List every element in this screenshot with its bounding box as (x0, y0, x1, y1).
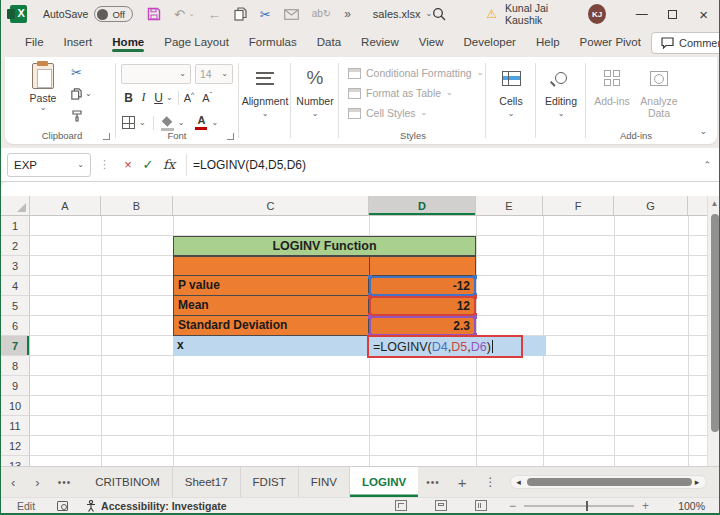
cell-D5-value[interactable]: 12 (369, 296, 476, 316)
undo-icon[interactable]: ↶ (174, 8, 185, 21)
zoom-slider[interactable] (524, 505, 634, 507)
font-size-combobox[interactable]: 14⌄ (195, 64, 233, 84)
column-header-A[interactable]: A (30, 196, 101, 215)
scroll-left-icon[interactable]: ◂ (511, 477, 525, 487)
menu-tab-formulas[interactable]: Formulas (239, 30, 307, 55)
cut-button[interactable]: ✂ (71, 65, 82, 79)
save-icon[interactable] (147, 7, 161, 21)
avatar[interactable]: KJ (588, 4, 606, 24)
column-header-G[interactable]: G (614, 196, 688, 215)
row-header-5[interactable]: 5 (1, 296, 30, 315)
increase-font-button[interactable]: A^ (184, 91, 195, 104)
menu-tab-file[interactable]: File (15, 30, 54, 55)
cancel-entry-button[interactable]: × (118, 157, 138, 172)
zoom-out-button[interactable]: − (501, 499, 524, 513)
excel-logo-icon[interactable] (10, 5, 27, 23)
row-header-6[interactable]: 6 (1, 316, 30, 335)
row-header-10[interactable]: 10 (1, 396, 30, 415)
bold-button[interactable]: B (121, 91, 136, 105)
more-commands-icon[interactable]: » (344, 8, 351, 20)
menu-tab-insert[interactable]: Insert (54, 30, 103, 55)
column-header-C[interactable]: C (173, 196, 369, 215)
cell-orange-band[interactable] (173, 256, 476, 276)
row-header-1[interactable]: 1 (1, 216, 30, 235)
borders-icon[interactable] (122, 116, 135, 129)
cell-D7-edit-formula[interactable]: =LOGINV(D4,D5,D6) (367, 335, 523, 358)
maximize-button[interactable] (657, 0, 688, 28)
minimize-button[interactable]: — (626, 0, 657, 28)
menu-tab-power-pivot[interactable]: Power Pivot (570, 30, 651, 55)
warning-icon[interactable]: ⚠ (486, 7, 497, 21)
menu-tab-page-layout[interactable]: Page Layout (154, 30, 239, 55)
menu-tab-developer[interactable]: Developer (454, 30, 526, 55)
accessibility-checker[interactable]: Accessibility: Investigate (86, 500, 226, 512)
column-header-B[interactable]: B (101, 196, 173, 215)
sheet-options-icon[interactable]: ⋮ (476, 475, 504, 489)
chevron-down-icon[interactable]: ⌄ (178, 119, 185, 127)
cell-C5-label[interactable]: Mean (173, 296, 369, 316)
row-header-9[interactable]: 9 (1, 376, 30, 395)
column-header-D[interactable]: D (369, 196, 476, 215)
clipboard-dialog-launcher-icon[interactable] (103, 133, 110, 140)
cell-D6-value[interactable]: 2.3 (369, 316, 476, 336)
editing-button[interactable]: Editing ⌄ (538, 66, 584, 118)
scroll-right-icon[interactable]: ▸ (690, 477, 704, 487)
copy-icon[interactable] (234, 7, 247, 21)
chevron-down-icon[interactable]: ⌄ (139, 119, 146, 127)
zoom-in-button[interactable]: + (634, 499, 657, 513)
more-sheets-left-icon[interactable]: ••• (50, 477, 80, 488)
horizontal-scrollbar[interactable]: ◂ ▸ (510, 475, 707, 489)
previous-sheet-icon[interactable]: ‹ (1, 475, 25, 490)
column-header-E[interactable]: E (476, 196, 543, 215)
cell-C6-label[interactable]: Standard Deviation (173, 316, 369, 336)
normal-view-icon[interactable] (395, 500, 407, 511)
row-header-12[interactable]: 12 (1, 436, 30, 455)
page-layout-view-icon[interactable] (435, 500, 447, 511)
new-sheet-button[interactable]: + (448, 474, 477, 491)
cell-C4-label[interactable]: P value (173, 276, 369, 296)
expand-formula-bar-icon[interactable]: ⌃ (703, 160, 711, 170)
search-icon[interactable] (432, 7, 446, 21)
italic-button[interactable]: I (136, 90, 151, 105)
collapse-ribbon-icon[interactable]: ⌄ (699, 126, 707, 136)
macro-record-icon[interactable] (57, 501, 68, 511)
menu-tab-help[interactable]: Help (526, 30, 570, 55)
column-header-F[interactable]: F (543, 196, 614, 215)
row-header-4[interactable]: 4 (1, 276, 30, 295)
zoom-slider-thumb[interactable] (586, 501, 589, 511)
scroll-up-icon[interactable]: ▲ (708, 196, 720, 208)
number-button[interactable]: % Number ⌄ (293, 66, 337, 118)
formula-bar-input[interactable]: =LOGINV(D4,D5,D6) (193, 158, 306, 172)
menu-tab-view[interactable]: View (409, 30, 454, 55)
select-all-corner[interactable] (1, 196, 30, 215)
row-header-7[interactable]: 7 (1, 336, 30, 355)
chevron-down-icon[interactable]: ⌄ (166, 94, 173, 102)
autosave-pill[interactable]: Off (94, 6, 133, 22)
file-name[interactable]: sales.xlsx ⌄ (373, 8, 432, 20)
row-header-3[interactable]: 3 (1, 256, 30, 275)
font-color-button[interactable]: A (195, 115, 207, 130)
close-button[interactable]: × (688, 0, 719, 28)
name-box[interactable]: EXP ⌄ (7, 153, 91, 177)
menu-tab-data[interactable]: Data (307, 30, 351, 55)
sheet-tab-finv[interactable]: FINV (299, 467, 350, 497)
autosave-toggle[interactable]: AutoSave Off (43, 6, 133, 22)
cell-D4-value[interactable]: -12 (369, 276, 476, 296)
comments-button[interactable]: Comments (651, 32, 720, 54)
menu-tab-review[interactable]: Review (351, 30, 409, 55)
paste-button[interactable]: Paste ⌄ (21, 63, 65, 112)
row-header-2[interactable]: 2 (1, 236, 30, 255)
row-header-13[interactable]: 13 (1, 456, 30, 466)
sheet-tab-fdist[interactable]: FDIST (241, 467, 299, 497)
menu-tab-home[interactable]: Home (102, 30, 154, 55)
sheet-area[interactable]: 12345678910111213 LOGINV Function P valu… (1, 216, 707, 466)
alignment-button[interactable]: Alignment ⌄ (241, 66, 289, 118)
sheet-tab-loginv[interactable]: LOGINV (350, 467, 418, 497)
cell-title-loginv-function[interactable]: LOGINV Function (173, 236, 476, 256)
page-break-preview-icon[interactable] (475, 500, 487, 511)
decrease-font-button[interactable]: Aˇ (202, 91, 212, 104)
cells-button[interactable]: Cells ⌄ (488, 66, 534, 118)
fill-color-icon[interactable] (161, 118, 174, 128)
row-header-8[interactable]: 8 (1, 356, 30, 375)
format-painter-button[interactable] (71, 109, 83, 123)
